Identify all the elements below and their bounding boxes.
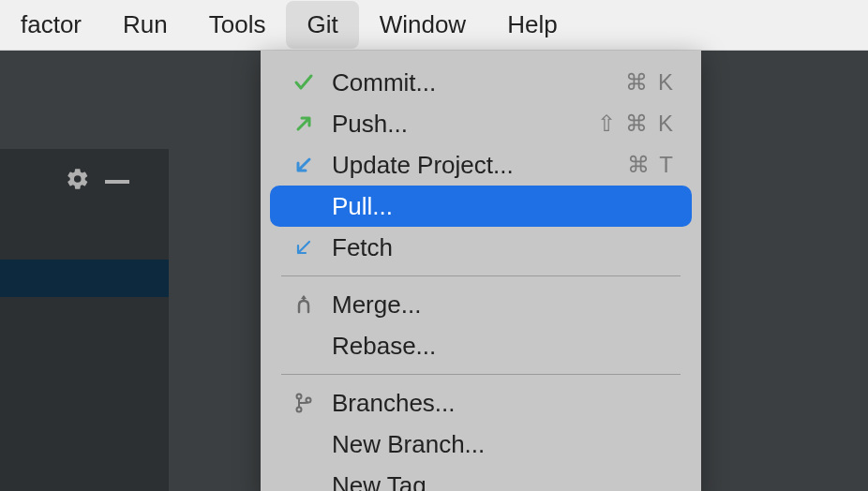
- menu-item-branches[interactable]: Branches...: [270, 382, 692, 424]
- menu-item-commit[interactable]: Commit...⌘ K: [270, 62, 692, 103]
- menu-item-shortcut: ⇧ ⌘ K: [597, 111, 675, 137]
- menu-item-shortcut: ⌘ K: [625, 69, 675, 96]
- menu-item-fetch[interactable]: Fetch: [270, 227, 692, 268]
- menu-separator: [281, 275, 681, 276]
- sidebar: [0, 149, 169, 491]
- menu-item-shortcut: ⌘ T: [627, 152, 675, 178]
- menubar-item-window[interactable]: Window: [359, 1, 486, 49]
- menubar-item-factor[interactable]: factor: [0, 1, 102, 49]
- arrow-down-left-icon: [291, 154, 317, 176]
- menu-item-push[interactable]: Push...⇧ ⌘ K: [270, 103, 692, 144]
- arrow-up-right-icon: [291, 112, 317, 135]
- menu-item-label: Commit...: [332, 68, 610, 97]
- menu-item-merge[interactable]: Merge...: [270, 284, 692, 325]
- menu-item-update-project[interactable]: Update Project...⌘ T: [270, 144, 692, 186]
- menu-item-label: Branches...: [332, 389, 675, 418]
- menubar-item-help[interactable]: Help: [486, 1, 577, 49]
- menubar-item-tools[interactable]: Tools: [188, 1, 287, 49]
- git-menu-dropdown: Commit...⌘ KPush...⇧ ⌘ KUpdate Project..…: [261, 51, 701, 491]
- menu-item-label: New Branch...: [332, 430, 675, 459]
- menubar-item-git[interactable]: Git: [286, 1, 358, 49]
- sidebar-selection: [0, 260, 169, 297]
- check-icon: [291, 71, 317, 94]
- menubar: factorRunToolsGitWindowHelp: [0, 0, 868, 51]
- menu-item-label: Push...: [332, 110, 582, 139]
- svg-point-1: [297, 408, 302, 412]
- toolbar-right-controls: [66, 167, 129, 195]
- menu-item-new-branch[interactable]: New Branch...: [270, 424, 692, 465]
- menu-item-new-tag[interactable]: New Tag...: [270, 465, 692, 491]
- menu-item-label: Pull...: [332, 192, 675, 221]
- menu-item-rebase[interactable]: Rebase...: [270, 325, 692, 366]
- menu-item-label: Rebase...: [332, 332, 675, 361]
- menu-item-label: Update Project...: [332, 151, 612, 180]
- svg-point-2: [307, 398, 311, 403]
- svg-point-0: [297, 394, 302, 399]
- menu-item-pull[interactable]: Pull...: [270, 186, 692, 227]
- minimize-icon[interactable]: [105, 178, 129, 184]
- menu-item-label: Fetch: [332, 233, 675, 262]
- merge-icon: [291, 293, 317, 316]
- menu-item-label: New Tag...: [332, 471, 675, 492]
- menu-item-label: Merge...: [332, 290, 675, 320]
- menubar-item-run[interactable]: Run: [102, 1, 188, 49]
- menu-separator: [281, 374, 681, 375]
- arrow-down-left-outline-icon: [291, 236, 317, 259]
- branch-icon: [291, 392, 317, 414]
- gear-icon[interactable]: [66, 167, 90, 195]
